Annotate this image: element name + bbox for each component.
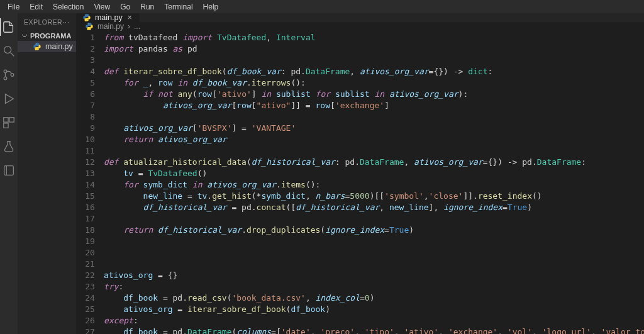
activity-bar (0, 13, 18, 334)
svg-point-12 (87, 19, 88, 20)
breadcrumb-file: main.py (97, 22, 124, 31)
sidebar-folder-label: PROGRAMA (30, 32, 71, 40)
editor-area: main.py × main.py › ... 1234567891011121… (76, 13, 644, 334)
source-control-icon[interactable] (0, 66, 18, 84)
menu-terminal[interactable]: Terminal (159, 1, 197, 13)
python-icon (33, 42, 42, 51)
search-icon[interactable] (0, 42, 18, 60)
main-area: EXPLORER ··· PROGRAMA main.py main.py × (0, 13, 644, 334)
menu-run[interactable]: Run (135, 1, 159, 13)
svg-point-10 (38, 48, 38, 49)
tab-main-py[interactable]: main.py × (76, 13, 140, 22)
svg-rect-5 (4, 118, 8, 122)
explorer-sidebar: EXPLORER ··· PROGRAMA main.py (18, 13, 76, 334)
svg-point-13 (88, 24, 89, 25)
svg-point-2 (4, 70, 7, 73)
chevron-down-icon (21, 33, 28, 39)
chevron-right-icon: › (128, 22, 130, 31)
line-gutter: 1234567891011121314151617181920212223242… (76, 32, 104, 334)
svg-rect-7 (4, 123, 8, 128)
svg-point-3 (4, 77, 7, 80)
sidebar-more-icon[interactable]: ··· (62, 18, 70, 26)
sidebar-file-label: main.py (45, 42, 73, 51)
python-icon (82, 13, 91, 22)
svg-point-9 (36, 44, 36, 45)
menu-selection[interactable]: Selection (48, 1, 89, 13)
menu-help[interactable]: Help (198, 1, 224, 13)
sidebar-title: EXPLORER ··· (18, 13, 76, 31)
code-editor[interactable]: 1234567891011121314151617181920212223242… (76, 31, 644, 334)
extensions-icon[interactable] (0, 114, 18, 131)
svg-line-1 (11, 53, 14, 57)
menubar: FileEditSelectionViewGoRunTerminalHelp (0, 0, 644, 13)
menu-go[interactable]: Go (115, 1, 135, 13)
run-debug-icon[interactable] (0, 90, 18, 108)
svg-point-4 (11, 74, 14, 77)
close-icon[interactable]: × (126, 13, 133, 22)
python-icon (85, 22, 94, 31)
tab-label: main.py (95, 13, 123, 22)
explorer-icon[interactable] (0, 18, 17, 36)
sidebar-title-label: EXPLORER (24, 18, 62, 26)
code-content[interactable]: from tvDatafeed import TvDatafeed, Inter… (104, 32, 644, 334)
sidebar-file-item[interactable]: main.py (18, 41, 76, 52)
testing-icon[interactable] (0, 138, 18, 155)
svg-point-0 (4, 47, 11, 53)
svg-rect-6 (9, 118, 14, 122)
svg-point-11 (86, 15, 86, 16)
svg-rect-8 (4, 166, 14, 175)
tab-bar: main.py × (76, 13, 644, 22)
svg-point-14 (90, 28, 91, 29)
sidebar-folder[interactable]: PROGRAMA (18, 31, 76, 41)
timeline-icon[interactable] (0, 162, 18, 179)
breadcrumb[interactable]: main.py › ... (76, 22, 644, 31)
menu-file[interactable]: File (3, 1, 25, 13)
menu-view[interactable]: View (89, 1, 115, 13)
breadcrumb-trail: ... (134, 22, 140, 31)
menu-edit[interactable]: Edit (25, 1, 48, 13)
